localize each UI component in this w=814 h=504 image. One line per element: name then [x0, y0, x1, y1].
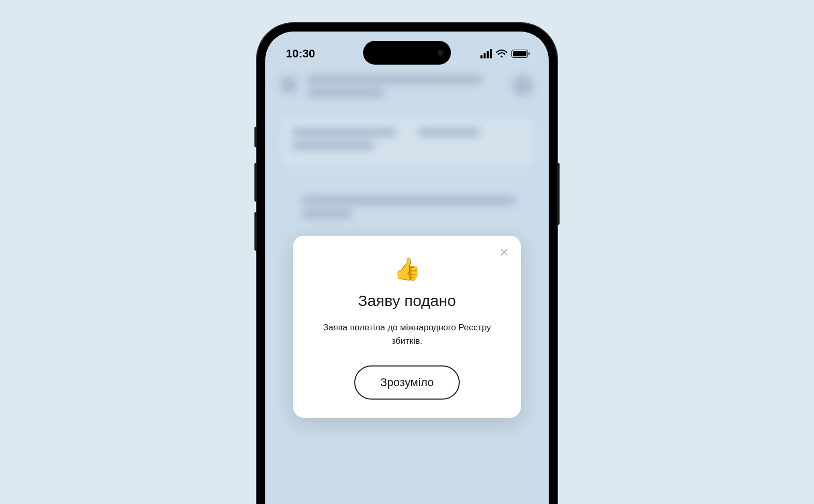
cellular-signal-icon: [480, 49, 492, 58]
close-button[interactable]: [497, 245, 511, 259]
status-icons: [480, 49, 528, 58]
thumbs-up-icon: 👍: [311, 256, 503, 282]
phone-device-frame: 10:30: [257, 23, 557, 504]
status-time: 10:30: [286, 47, 315, 60]
modal-title: Заяву подано: [311, 292, 503, 310]
dynamic-island: [363, 41, 451, 65]
modal-message: Заява полетіла до міжнародного Реєстру з…: [311, 321, 503, 347]
close-icon: [500, 248, 509, 257]
understood-button[interactable]: Зрозуміло: [354, 365, 459, 400]
phone-screen: 10:30: [265, 32, 549, 504]
confirmation-modal: 👍 Заяву подано Заява полетіла до міжнаро…: [293, 236, 521, 418]
phone-side-button-right: [557, 163, 560, 225]
wifi-icon: [496, 49, 507, 58]
phone-side-buttons-left: [254, 127, 257, 261]
battery-icon: [511, 50, 528, 58]
